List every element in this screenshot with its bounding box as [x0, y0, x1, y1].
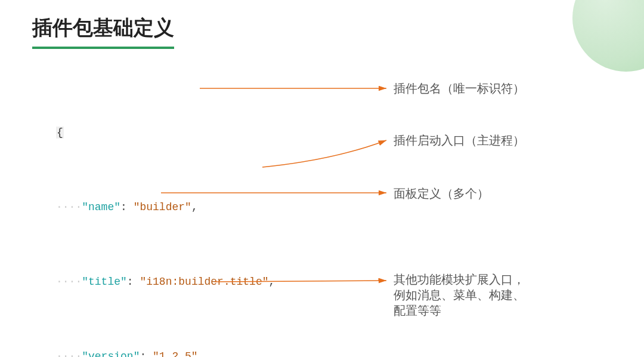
code-line-name: ····"name": "builder",	[47, 200, 345, 215]
code-line-title: ····"title": "i18n:builder.title",	[47, 275, 345, 290]
code-block: { ····"name": "builder", ····"title": "i…	[47, 66, 345, 357]
corner-decoration	[572, 0, 644, 72]
annotation-panels: 面板定义（多个）	[394, 186, 489, 201]
annotation-name: 插件包名（唯一标识符）	[394, 81, 525, 96]
slide-title: 插件包基础定义	[32, 14, 174, 49]
code-line-version: ····"version": "1.2.5",	[47, 349, 345, 357]
code-line: {	[47, 125, 345, 140]
annotation-main: 插件启动入口（主进程）	[394, 133, 525, 148]
annotation-contributions: 其他功能模块扩展入口， 例如消息、菜单、构建、 配置等等	[394, 272, 525, 318]
